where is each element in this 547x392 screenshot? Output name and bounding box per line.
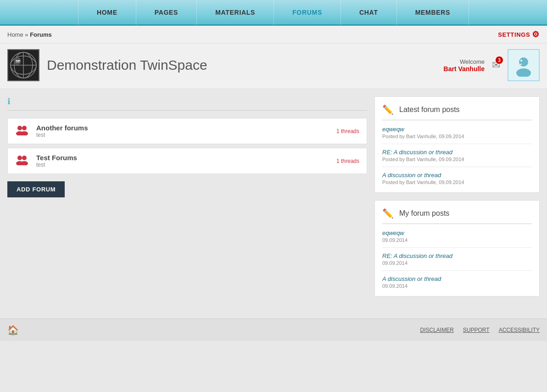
post-title[interactable]: RE: A discussion or thread [382, 149, 532, 156]
svg-rect-11 [520, 64, 522, 65]
footer-home-icon[interactable]: 🏠 [7, 325, 19, 336]
post-title[interactable]: RE: A discussion or thread [382, 252, 532, 259]
nav-items: HOME PAGES MATERIALS FORUMS CHAT MEMBERS [78, 0, 469, 25]
support-link[interactable]: SUPPORT [463, 327, 490, 333]
forum-group-icon [15, 124, 29, 138]
pencil-icon: ✏️ [382, 208, 394, 219]
post-meta: Posted by Bart Vanhulle, 09.09.2014 [382, 157, 532, 162]
right-sidebar: ✏️ Latest forum posts eqweqw Posted by B… [374, 96, 540, 311]
post-meta: Posted by Bart Vanhulle, 09.09.2014 [382, 134, 532, 139]
forum-info: Test Forums test [36, 154, 329, 168]
top-bar: Home » Forums SETTINGS ⚙ [0, 26, 547, 44]
nav-home[interactable]: HOME [78, 0, 136, 25]
breadcrumb-separator: » [25, 31, 28, 38]
header-left: 🗺 Demonstration TwinSpace [7, 49, 207, 81]
forum-info: Another forums test [36, 124, 329, 138]
footer-links: DISCLAIMER SUPPORT ACCESSIBILITY [420, 327, 540, 333]
post-title[interactable]: eqweqw [382, 126, 532, 133]
settings-button[interactable]: SETTINGS ⚙ [498, 29, 540, 39]
svg-point-10 [520, 60, 522, 62]
header-area: 🗺 Demonstration TwinSpace Welcome Bart V… [0, 44, 547, 89]
svg-point-12 [17, 126, 22, 130]
nav-chat[interactable]: CHAT [341, 0, 397, 25]
disclaimer-link[interactable]: DISCLAIMER [420, 327, 453, 333]
nav-members[interactable]: MEMBERS [397, 0, 469, 25]
my-posts-panel: ✏️ My forum posts eqweqw 09.09.2014 RE: … [374, 200, 540, 297]
forum-name: Another forums [36, 124, 329, 132]
forums-list: ℹ Another forums test 1 threads [7, 96, 367, 311]
svg-point-16 [17, 156, 22, 160]
nav-pages[interactable]: PAGES [136, 0, 197, 25]
svg-point-17 [22, 156, 27, 160]
main-content: ℹ Another forums test 1 threads [0, 89, 547, 319]
forum-thread-count: 1 threads [336, 128, 359, 134]
welcome-prefix: Welcome [444, 58, 485, 65]
breadcrumb: Home » Forums [7, 31, 52, 38]
my-post-item: eqweqw 09.09.2014 [382, 230, 532, 248]
divider [7, 110, 367, 111]
accessibility-link[interactable]: ACCESSIBILITY [499, 327, 540, 333]
site-title: Demonstration TwinSpace [47, 57, 207, 73]
svg-point-8 [519, 57, 528, 67]
svg-point-13 [22, 126, 27, 130]
post-title[interactable]: eqweqw [382, 230, 532, 236]
post-meta: 09.09.2014 [382, 237, 532, 243]
header-right: Welcome Bart Vanhulle ✉ 3 [444, 49, 540, 81]
latest-posts-header: ✏️ Latest forum posts [382, 104, 532, 120]
my-posts-header: ✏️ My forum posts [382, 208, 532, 224]
forum-desc: test [36, 162, 329, 168]
forum-group-icon [15, 154, 29, 168]
avatar[interactable] [508, 49, 540, 81]
post-meta: 09.09.2014 [382, 283, 532, 289]
my-posts-title: My forum posts [399, 209, 449, 218]
messages-button[interactable]: ✉ 3 [492, 59, 500, 71]
breadcrumb-home[interactable]: Home [7, 31, 23, 38]
latest-post-item: eqweqw Posted by Bart Vanhulle, 09.09.20… [382, 126, 532, 144]
latest-post-item: A discussion or thread Posted by Bart Va… [382, 172, 532, 185]
nav-forums[interactable]: FORUMS [274, 0, 341, 25]
navigation: HOME PAGES MATERIALS FORUMS CHAT MEMBERS [0, 0, 547, 26]
forum-row[interactable]: Test Forums test 1 threads [7, 148, 367, 174]
welcome-text: Welcome Bart Vanhulle [444, 58, 485, 73]
svg-text:🗺: 🗺 [16, 59, 20, 64]
add-forum-button[interactable]: ADD FORUM [7, 181, 65, 197]
post-title[interactable]: A discussion or thread [382, 172, 532, 179]
forum-row[interactable]: Another forums test 1 threads [7, 118, 367, 144]
user-name[interactable]: Bart Vanhulle [444, 65, 485, 73]
gear-icon: ⚙ [532, 29, 540, 39]
breadcrumb-current: Forums [30, 31, 52, 38]
message-badge: 3 [496, 56, 503, 64]
info-icon: ℹ [7, 96, 367, 106]
latest-posts-title: Latest forum posts [399, 106, 460, 114]
svg-point-9 [516, 68, 531, 77]
pencil-icon: ✏️ [382, 104, 394, 115]
latest-posts-panel: ✏️ Latest forum posts eqweqw Posted by B… [374, 96, 540, 193]
forum-thread-count: 1 threads [336, 158, 359, 164]
my-post-item: A discussion or thread 09.09.2014 [382, 275, 532, 289]
latest-post-item: RE: A discussion or thread Posted by Bar… [382, 149, 532, 167]
post-meta: 09.09.2014 [382, 260, 532, 266]
site-logo: 🗺 [7, 49, 39, 81]
post-meta: Posted by Bart Vanhulle, 09.09.2014 [382, 179, 532, 185]
my-post-item: RE: A discussion or thread 09.09.2014 [382, 252, 532, 271]
forum-name: Test Forums [36, 154, 329, 162]
footer: 🏠 DISCLAIMER SUPPORT ACCESSIBILITY [0, 319, 547, 341]
forum-desc: test [36, 132, 329, 138]
settings-label: SETTINGS [498, 31, 530, 38]
nav-materials[interactable]: MATERIALS [197, 0, 274, 25]
post-title[interactable]: A discussion or thread [382, 275, 532, 282]
